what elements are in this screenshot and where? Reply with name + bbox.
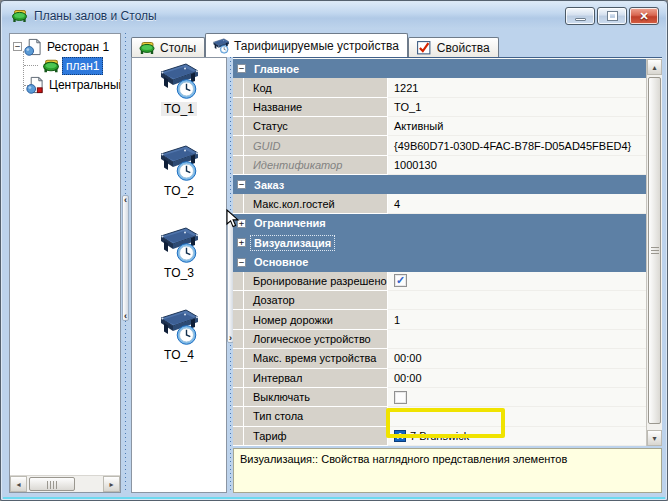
property-value[interactable]: {49B60D71-030D-4FAC-B78F-D05AD45FBED4} — [388, 136, 646, 155]
scrollbar-thumb[interactable] — [648, 77, 661, 424]
billiard-clock-icon — [158, 62, 200, 100]
splitter-collapse-handle[interactable]: ‹ ‹ — [122, 195, 129, 321]
device-item[interactable]: TO_2 — [137, 144, 221, 226]
property-label: Интервал — [233, 369, 388, 388]
property-value[interactable] — [388, 388, 646, 407]
collapse-icon[interactable]: − — [237, 258, 246, 267]
property-label: Идентификатор — [233, 156, 388, 175]
property-value[interactable]: 00:00 — [388, 369, 646, 388]
property-value[interactable]: TO_1 — [388, 98, 646, 117]
property-description: Визуализация:: Свойства наглядного предс… — [233, 448, 662, 493]
billiard-clock-icon — [158, 226, 200, 264]
expand-icon[interactable]: + — [237, 238, 246, 247]
property-value[interactable]: 00:00 — [388, 349, 646, 368]
checkbox[interactable] — [394, 391, 407, 404]
property-label: Тип стола — [233, 407, 388, 426]
tree-item-label: план1 — [62, 57, 103, 75]
halls-tree: −Ресторан 1план1Центральный — [10, 34, 120, 94]
property-row[interactable]: Код1221 — [233, 78, 646, 97]
property-value[interactable]: Активный — [388, 117, 646, 136]
app-window: Планы залов и Столы ✕ −Ресторан 1план1Це… — [0, 0, 668, 501]
window-controls: ✕ — [565, 7, 659, 25]
property-row[interactable]: Выключать — [233, 388, 646, 407]
property-value[interactable]: ✓ — [388, 272, 646, 291]
device-item[interactable]: TO_3 — [137, 226, 221, 308]
scroll-down-button[interactable]: ▾ — [647, 430, 662, 446]
property-value[interactable]: 1000130 — [388, 156, 646, 175]
property-row[interactable]: Макс.кол.гостей4 — [233, 194, 646, 213]
property-row[interactable]: НазваниеTO_1 — [233, 98, 646, 117]
restore-button[interactable] — [597, 7, 627, 25]
property-value[interactable]: A7 Brunswick — [388, 427, 646, 446]
property-row[interactable]: Логическое устройство — [233, 330, 646, 349]
category-label: Ограничения — [251, 216, 329, 230]
tree-item[interactable]: Центральный — [10, 75, 120, 94]
tree-item-label: Центральный — [46, 77, 121, 93]
property-value[interactable]: 1221 — [388, 78, 646, 97]
property-value[interactable] — [388, 407, 646, 426]
property-category-header[interactable]: −Главное — [233, 59, 646, 78]
property-row[interactable]: Интервал00:00 — [233, 369, 646, 388]
property-category-header[interactable]: −Основное — [233, 252, 646, 271]
tab-3[interactable]: Свойства — [408, 37, 499, 57]
tree-expander-icon[interactable]: − — [13, 42, 22, 51]
property-category-header[interactable]: +Ограничения — [233, 214, 646, 233]
tariff-type-icon: A — [394, 430, 406, 442]
property-value[interactable] — [388, 291, 646, 310]
property-value[interactable]: 1 — [388, 310, 646, 329]
window-bottom-edge — [3, 497, 665, 499]
minimize-button[interactable] — [565, 7, 595, 25]
device-item[interactable]: TO_1 — [137, 62, 221, 144]
property-label: Макс.кол.гостей — [233, 194, 388, 213]
property-row[interactable]: Бронирование разрешено✓ — [233, 272, 646, 291]
property-row[interactable]: Номер дорожки1 — [233, 310, 646, 329]
billiard-clock-icon — [158, 308, 200, 346]
tariff-value-text: 7 Brunswick — [410, 430, 469, 442]
property-label: Дозатор — [233, 291, 388, 310]
property-label: Бронирование разрешено — [233, 272, 388, 291]
property-row[interactable]: ТарифA7 Brunswick — [233, 427, 646, 446]
property-row[interactable]: GUID{49B60D71-030D-4FAC-B78F-D05AD45FBED… — [233, 136, 646, 155]
minimize-icon — [575, 18, 586, 21]
property-label: Тариф — [233, 427, 388, 446]
collapse-icon[interactable]: − — [237, 180, 246, 189]
property-category-header[interactable]: +Визуализация — [233, 233, 646, 252]
property-row[interactable]: Тип стола — [233, 407, 646, 426]
scroll-up-button[interactable]: ▴ — [647, 59, 662, 75]
tree-item[interactable]: план1 — [10, 56, 120, 75]
property-grid: −ГлавноеКод1221НазваниеTO_1СтатусАктивны… — [233, 59, 646, 446]
scrollbar-thumb[interactable] — [29, 477, 75, 491]
scroll-right-button[interactable]: ▸ — [103, 476, 120, 492]
collapse-icon[interactable]: − — [237, 64, 246, 73]
property-row[interactable]: Идентификатор1000130 — [233, 156, 646, 175]
tree-horizontal-scrollbar[interactable]: ◂ ▸ — [10, 475, 120, 492]
tree-item-label: Ресторан 1 — [44, 39, 112, 55]
scroll-left-button[interactable]: ◂ — [10, 476, 27, 492]
chevron-left-icon: ‹ — [124, 196, 127, 204]
property-category-header[interactable]: −Заказ — [233, 175, 646, 194]
property-value[interactable]: 4 — [388, 194, 646, 213]
tree-item[interactable]: −Ресторан 1 — [10, 37, 120, 56]
checkbox-checked[interactable]: ✓ — [394, 274, 407, 287]
device-label: TO_2 — [161, 184, 197, 198]
property-row[interactable]: СтатусАктивный — [233, 117, 646, 136]
property-value[interactable] — [388, 330, 646, 349]
property-label: Логическое устройство — [233, 330, 388, 349]
tab-label: Свойства — [437, 41, 490, 55]
billiard-clock-icon — [158, 144, 200, 182]
grid-vertical-scrollbar[interactable]: ▴ ▾ — [646, 59, 662, 446]
property-label: Макс. время устройства — [233, 349, 388, 368]
tab-2[interactable]: Тарифицируемые устройства — [205, 33, 408, 57]
close-button[interactable]: ✕ — [629, 7, 659, 25]
property-row[interactable]: Дозатор — [233, 291, 646, 310]
device-label: TO_3 — [161, 266, 197, 280]
restore-icon — [608, 12, 617, 20]
expand-icon[interactable]: + — [237, 219, 246, 228]
device-item[interactable]: TO_4 — [137, 308, 221, 390]
property-label: Код — [233, 78, 388, 97]
tree-list-splitter[interactable]: ‹ ‹ — [122, 33, 130, 493]
tab-1[interactable]: Столы — [131, 37, 205, 57]
property-row[interactable]: Макс. время устройства00:00 — [233, 349, 646, 368]
chevron-right-icon: › — [229, 214, 232, 222]
category-label: Заказ — [251, 178, 287, 192]
